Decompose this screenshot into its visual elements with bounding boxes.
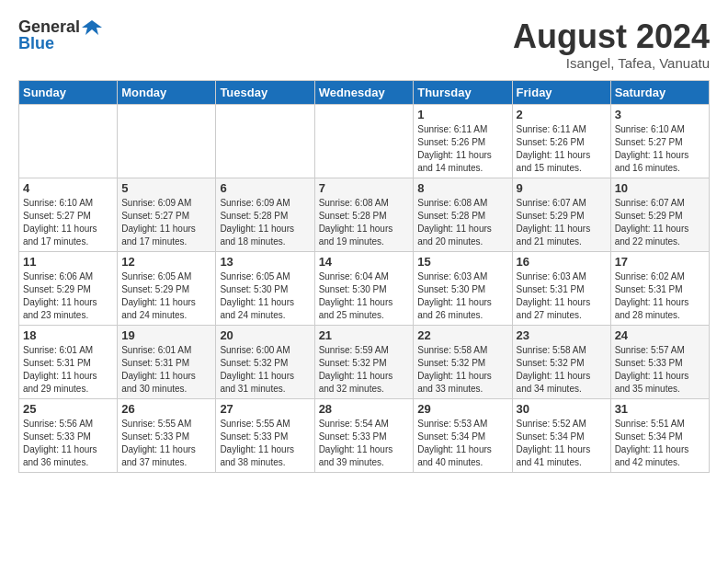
calendar-cell: 13Sunrise: 6:05 AMSunset: 5:30 PMDayligh… bbox=[216, 251, 314, 325]
calendar-cell: 15Sunrise: 6:03 AMSunset: 5:30 PMDayligh… bbox=[414, 251, 512, 325]
calendar-cell: 8Sunrise: 6:08 AMSunset: 5:28 PMDaylight… bbox=[414, 178, 512, 251]
calendar-cell: 16Sunrise: 6:03 AMSunset: 5:31 PMDayligh… bbox=[512, 251, 610, 325]
day-number: 15 bbox=[417, 255, 507, 269]
day-number: 28 bbox=[319, 402, 410, 416]
day-number: 13 bbox=[220, 255, 310, 269]
day-number: 14 bbox=[319, 255, 410, 269]
page-header: General Blue August 2024 Isangel, Tafea,… bbox=[18, 18, 710, 71]
day-info: Sunrise: 5:53 AMSunset: 5:34 PMDaylight:… bbox=[417, 418, 507, 469]
calendar-cell: 22Sunrise: 5:58 AMSunset: 5:32 PMDayligh… bbox=[414, 325, 512, 398]
day-info: Sunrise: 5:57 AMSunset: 5:33 PMDaylight:… bbox=[615, 344, 705, 396]
calendar-cell: 9Sunrise: 6:07 AMSunset: 5:29 PMDaylight… bbox=[512, 178, 610, 251]
day-number: 11 bbox=[23, 255, 113, 269]
calendar-cell bbox=[314, 104, 414, 178]
calendar-cell bbox=[216, 104, 314, 178]
day-info: Sunrise: 5:59 AMSunset: 5:32 PMDaylight:… bbox=[319, 344, 410, 396]
day-number: 16 bbox=[517, 255, 607, 269]
day-number: 6 bbox=[220, 181, 310, 195]
calendar-cell bbox=[118, 104, 216, 178]
day-info: Sunrise: 6:05 AMSunset: 5:29 PMDaylight:… bbox=[121, 270, 211, 322]
day-number: 23 bbox=[517, 328, 607, 342]
calendar-cell: 25Sunrise: 5:56 AMSunset: 5:33 PMDayligh… bbox=[19, 398, 118, 472]
calendar-week-row: 11Sunrise: 6:06 AMSunset: 5:29 PMDayligh… bbox=[19, 251, 710, 325]
calendar-week-row: 4Sunrise: 6:10 AMSunset: 5:27 PMDaylight… bbox=[19, 178, 710, 251]
calendar-cell: 31Sunrise: 5:51 AMSunset: 5:34 PMDayligh… bbox=[610, 398, 709, 472]
day-number: 9 bbox=[517, 181, 607, 195]
day-number: 3 bbox=[615, 108, 705, 121]
calendar-cell: 10Sunrise: 6:07 AMSunset: 5:29 PMDayligh… bbox=[610, 178, 709, 251]
calendar-cell: 27Sunrise: 5:55 AMSunset: 5:33 PMDayligh… bbox=[216, 398, 314, 472]
day-number: 31 bbox=[615, 402, 705, 416]
day-number: 5 bbox=[121, 181, 211, 195]
day-number: 7 bbox=[319, 181, 410, 195]
day-info: Sunrise: 5:51 AMSunset: 5:34 PMDaylight:… bbox=[615, 418, 705, 469]
day-info: Sunrise: 6:08 AMSunset: 5:28 PMDaylight:… bbox=[417, 197, 507, 248]
day-number: 18 bbox=[23, 328, 113, 342]
calendar-cell: 5Sunrise: 6:09 AMSunset: 5:27 PMDaylight… bbox=[118, 178, 216, 251]
calendar-header-thursday: Thursday bbox=[414, 80, 512, 104]
day-info: Sunrise: 6:04 AMSunset: 5:30 PMDaylight:… bbox=[319, 270, 410, 322]
calendar-header-monday: Monday bbox=[118, 80, 216, 104]
day-number: 26 bbox=[121, 402, 211, 416]
day-info: Sunrise: 5:56 AMSunset: 5:33 PMDaylight:… bbox=[23, 418, 113, 469]
calendar-cell: 6Sunrise: 6:09 AMSunset: 5:28 PMDaylight… bbox=[216, 178, 314, 251]
day-number: 25 bbox=[23, 402, 113, 416]
calendar-cell: 2Sunrise: 6:11 AMSunset: 5:26 PMDaylight… bbox=[512, 104, 610, 178]
calendar-cell bbox=[19, 104, 118, 178]
calendar-cell: 12Sunrise: 6:05 AMSunset: 5:29 PMDayligh… bbox=[118, 251, 216, 325]
day-info: Sunrise: 5:55 AMSunset: 5:33 PMDaylight:… bbox=[121, 418, 211, 469]
day-info: Sunrise: 5:58 AMSunset: 5:32 PMDaylight:… bbox=[417, 344, 507, 396]
calendar-cell: 30Sunrise: 5:52 AMSunset: 5:34 PMDayligh… bbox=[512, 398, 610, 472]
day-number: 30 bbox=[517, 402, 607, 416]
calendar-cell: 18Sunrise: 6:01 AMSunset: 5:31 PMDayligh… bbox=[19, 325, 118, 398]
logo-blue: Blue bbox=[18, 35, 54, 52]
day-info: Sunrise: 6:11 AMSunset: 5:26 PMDaylight:… bbox=[417, 123, 507, 175]
day-info: Sunrise: 6:10 AMSunset: 5:27 PMDaylight:… bbox=[23, 197, 113, 248]
svg-marker-0 bbox=[82, 20, 102, 35]
logo: General Blue bbox=[18, 18, 102, 52]
day-info: Sunrise: 6:09 AMSunset: 5:28 PMDaylight:… bbox=[220, 197, 310, 248]
day-number: 1 bbox=[417, 108, 507, 121]
day-number: 4 bbox=[23, 181, 113, 195]
day-info: Sunrise: 6:10 AMSunset: 5:27 PMDaylight:… bbox=[615, 123, 705, 175]
day-info: Sunrise: 6:07 AMSunset: 5:29 PMDaylight:… bbox=[615, 197, 705, 248]
day-info: Sunrise: 6:09 AMSunset: 5:27 PMDaylight:… bbox=[121, 197, 211, 248]
calendar-header-tuesday: Tuesday bbox=[216, 80, 314, 104]
day-info: Sunrise: 6:00 AMSunset: 5:32 PMDaylight:… bbox=[220, 344, 310, 396]
day-info: Sunrise: 5:58 AMSunset: 5:32 PMDaylight:… bbox=[517, 344, 607, 396]
day-number: 20 bbox=[220, 328, 310, 342]
calendar-cell: 23Sunrise: 5:58 AMSunset: 5:32 PMDayligh… bbox=[512, 325, 610, 398]
day-info: Sunrise: 6:03 AMSunset: 5:31 PMDaylight:… bbox=[517, 270, 607, 322]
calendar-cell: 11Sunrise: 6:06 AMSunset: 5:29 PMDayligh… bbox=[19, 251, 118, 325]
day-info: Sunrise: 5:54 AMSunset: 5:33 PMDaylight:… bbox=[319, 418, 410, 469]
calendar-cell: 4Sunrise: 6:10 AMSunset: 5:27 PMDaylight… bbox=[19, 178, 118, 251]
calendar-cell: 26Sunrise: 5:55 AMSunset: 5:33 PMDayligh… bbox=[118, 398, 216, 472]
calendar-header-row: SundayMondayTuesdayWednesdayThursdayFrid… bbox=[19, 80, 710, 104]
day-info: Sunrise: 6:03 AMSunset: 5:30 PMDaylight:… bbox=[417, 270, 507, 322]
location: Isangel, Tafea, Vanuatu bbox=[513, 55, 710, 71]
day-number: 12 bbox=[121, 255, 211, 269]
calendar-cell: 1Sunrise: 6:11 AMSunset: 5:26 PMDaylight… bbox=[414, 104, 512, 178]
calendar-week-row: 1Sunrise: 6:11 AMSunset: 5:26 PMDaylight… bbox=[19, 104, 710, 178]
day-info: Sunrise: 6:01 AMSunset: 5:31 PMDaylight:… bbox=[23, 344, 113, 396]
day-info: Sunrise: 6:07 AMSunset: 5:29 PMDaylight:… bbox=[517, 197, 607, 248]
calendar-cell: 19Sunrise: 6:01 AMSunset: 5:31 PMDayligh… bbox=[118, 325, 216, 398]
day-number: 17 bbox=[615, 255, 705, 269]
calendar-header-sunday: Sunday bbox=[19, 80, 118, 104]
calendar-cell: 3Sunrise: 6:10 AMSunset: 5:27 PMDaylight… bbox=[610, 104, 709, 178]
day-info: Sunrise: 6:08 AMSunset: 5:28 PMDaylight:… bbox=[319, 197, 410, 248]
day-info: Sunrise: 5:55 AMSunset: 5:33 PMDaylight:… bbox=[220, 418, 310, 469]
calendar-header-friday: Friday bbox=[512, 80, 610, 104]
day-info: Sunrise: 6:05 AMSunset: 5:30 PMDaylight:… bbox=[220, 270, 310, 322]
day-number: 8 bbox=[417, 181, 507, 195]
calendar-cell: 21Sunrise: 5:59 AMSunset: 5:32 PMDayligh… bbox=[314, 325, 414, 398]
calendar-cell: 24Sunrise: 5:57 AMSunset: 5:33 PMDayligh… bbox=[610, 325, 709, 398]
day-number: 21 bbox=[319, 328, 410, 342]
calendar-cell: 20Sunrise: 6:00 AMSunset: 5:32 PMDayligh… bbox=[216, 325, 314, 398]
calendar-cell: 7Sunrise: 6:08 AMSunset: 5:28 PMDaylight… bbox=[314, 178, 414, 251]
logo-bird-icon bbox=[82, 18, 102, 35]
day-info: Sunrise: 6:01 AMSunset: 5:31 PMDaylight:… bbox=[121, 344, 211, 396]
day-number: 29 bbox=[417, 402, 507, 416]
calendar-cell: 14Sunrise: 6:04 AMSunset: 5:30 PMDayligh… bbox=[314, 251, 414, 325]
day-number: 22 bbox=[417, 328, 507, 342]
